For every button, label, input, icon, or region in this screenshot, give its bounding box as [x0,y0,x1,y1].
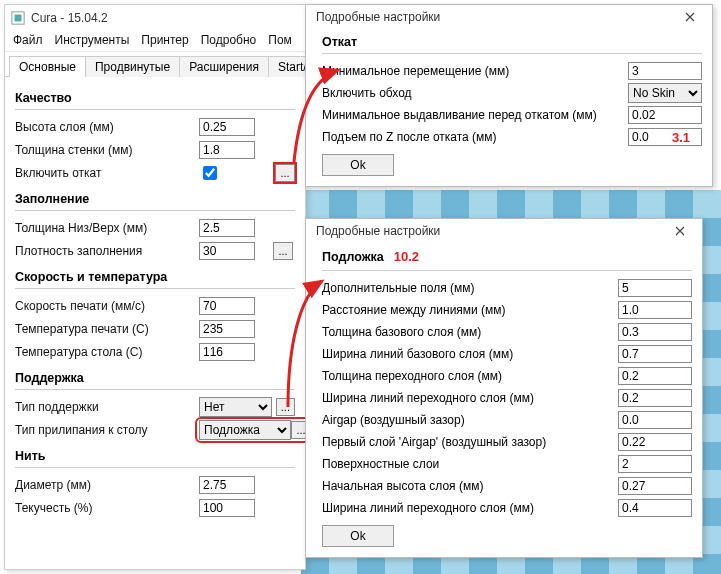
label: Поверхностные слои [322,457,618,471]
row-first-airgap: Первый слой 'Airgap' (воздушный зазор) [322,431,692,453]
label: Температура стола (C) [15,345,199,359]
label: Плотность заполнения [15,244,199,258]
tab-basic[interactable]: Основные [9,56,86,77]
label: Толщина переходного слоя (мм) [322,369,618,383]
layer-height-input[interactable] [199,118,255,136]
app-icon [11,11,25,25]
row-min-travel: Минимальное перемещение (мм) [322,60,702,82]
label: Текучесть (%) [15,501,199,515]
surface-layers-input[interactable] [618,455,692,473]
cura-main-window: Cura - 15.04.2 Файл Инструменты Принтер … [4,4,306,570]
titlebar: Cura - 15.04.2 [5,5,305,31]
label: Ширина линий базового слоя (мм) [322,347,618,361]
close-button[interactable] [674,7,706,27]
min-extrude-input[interactable] [628,106,702,124]
section-speed: Скорость и температура [15,270,295,284]
row-adhesion: Тип прилипания к столу Подложка ... [15,419,295,441]
label: Толщина Низ/Верх (мм) [15,221,199,235]
adhesion-select[interactable]: Подложка [199,420,291,440]
extra-margin-input[interactable] [618,279,692,297]
row-extra-margin: Дополнительные поля (мм) [322,277,692,299]
row-retract: Включить откат ... [15,162,295,184]
menu-details[interactable]: Подробно [201,33,257,47]
raft-expert-dialog: Подробные настройки Подложка 10.2 Дополн… [305,218,703,558]
combing-select[interactable]: No Skin [628,83,702,103]
section-fill: Заполнение [15,192,295,206]
tab-plugins[interactable]: Расширения [179,56,269,77]
label: Скорость печати (мм/с) [15,299,199,313]
bed-temp-input[interactable] [199,343,255,361]
divider [15,109,295,110]
dialog-title: Подробные настройки [316,224,440,238]
row-combing: Включить обход No Skin [322,82,702,104]
label: Расстояние между линиями (мм) [322,303,618,317]
flow-input[interactable] [199,499,255,517]
row-iface-thick: Толщина переходного слоя (мм) [322,365,692,387]
support-details-button[interactable]: ... [276,398,295,416]
annotation-3-1: 3.1 [672,130,690,145]
zhop-input[interactable] [628,128,702,146]
dialog-titlebar: Подробные настройки [306,219,702,243]
row-flow: Текучесть (%) [15,497,295,519]
dialog-section: Откат [322,35,702,49]
interface-linewidth-input[interactable] [618,389,692,407]
ok-button[interactable]: Ok [322,525,394,547]
menu-help[interactable]: Пом [268,33,292,47]
tab-advanced[interactable]: Продвинутые [85,56,180,77]
close-button[interactable] [664,221,696,241]
label: Тип поддержки [15,400,199,414]
menu-printer[interactable]: Принтер [141,33,188,47]
row-diameter: Диаметр (мм) [15,474,295,496]
adhesion-highlight: Подложка ... [195,417,315,443]
row-support-type: Тип поддержки Нет ... [15,396,295,418]
surface-thickness-input[interactable] [618,477,692,495]
print-speed-input[interactable] [199,297,255,315]
retract-checkbox[interactable] [203,166,217,180]
row-surf-thick: Начальная высота слоя (мм) [322,475,692,497]
menubar[interactable]: Файл Инструменты Принтер Подробно Пом [5,31,305,52]
wall-thickness-input[interactable] [199,141,255,159]
label: Диаметр (мм) [15,478,199,492]
label: Тип прилипания к столу [15,423,195,437]
dialog-titlebar: Подробные настройки [306,5,712,29]
retract-details-button[interactable]: ... [275,164,295,182]
interface-thickness-input[interactable] [618,367,692,385]
row-surf-layers: Поверхностные слои [322,453,692,475]
label: Высота слоя (мм) [15,120,199,134]
menu-tools[interactable]: Инструменты [55,33,130,47]
surface-linewidth-input[interactable] [618,499,692,517]
divider [15,210,295,211]
retract-expert-dialog: Подробные настройки Откат Минимальное пе… [305,4,713,187]
label: Толщина стенки (мм) [15,143,199,157]
label: Дополнительные поля (мм) [322,281,618,295]
divider [15,467,295,468]
row-wall: Толщина стенки (мм) [15,139,295,161]
label: Ширина линий переходного слоя (мм) [322,391,618,405]
row-layer-height: Высота слоя (мм) [15,116,295,138]
row-print-speed: Скорость печати (мм/с) [15,295,295,317]
airgap-input[interactable] [618,411,692,429]
topbottom-input[interactable] [199,219,255,237]
print-temp-input[interactable] [199,320,255,338]
tab-body: Качество Высота слоя (мм) Толщина стенки… [5,76,305,530]
divider [15,389,295,390]
label: Температура печати (C) [15,322,199,336]
line-spacing-input[interactable] [618,301,692,319]
support-type-select[interactable]: Нет [199,397,272,417]
diameter-input[interactable] [199,476,255,494]
min-travel-input[interactable] [628,62,702,80]
row-base-thick: Толщина базового слоя (мм) [322,321,692,343]
ok-button[interactable]: Ok [322,154,394,176]
fill-details-button[interactable]: ... [273,242,293,260]
menu-file[interactable]: Файл [13,33,43,47]
first-airgap-input[interactable] [618,433,692,451]
tabs: Основные Продвинутые Расширения Start/En… [5,52,305,77]
row-zhop: Подъем по Z после отката (мм) 3.1 [322,126,702,148]
close-icon [675,226,685,236]
fill-density-input[interactable] [199,242,255,260]
label: Первый слой 'Airgap' (воздушный зазор) [322,435,618,449]
close-icon [685,12,695,22]
base-linewidth-input[interactable] [618,345,692,363]
base-thickness-input[interactable] [618,323,692,341]
row-density: Плотность заполнения ... [15,240,295,262]
